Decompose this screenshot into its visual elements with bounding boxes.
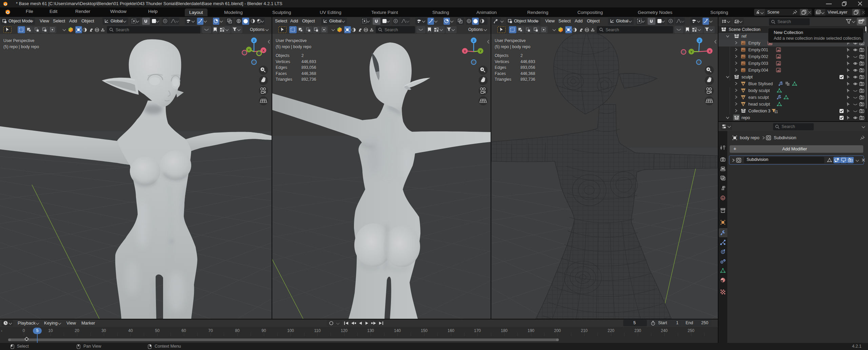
svg-text:Y: Y (479, 50, 481, 53)
svg-text:X: X (709, 50, 711, 53)
svg-text:X: X (262, 49, 264, 52)
svg-text:X: X (464, 50, 466, 53)
svg-text:Z: Z (698, 39, 701, 42)
svg-text:Y: Y (248, 48, 250, 52)
svg-text:Y: Y (690, 50, 692, 54)
svg-text:Z: Z (253, 39, 255, 42)
svg-text:Z: Z (473, 39, 475, 42)
